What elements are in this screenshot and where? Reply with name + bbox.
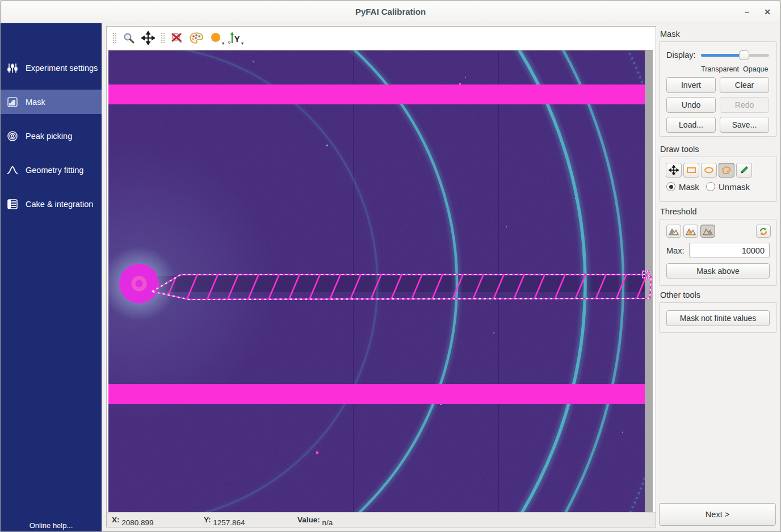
- draw-pan-tool-button[interactable]: [666, 163, 682, 178]
- pan-icon: [141, 31, 155, 45]
- status-y: Y: 1257.864: [204, 516, 213, 524]
- status-x-label: X:: [112, 516, 120, 524]
- threshold-mask-below-button[interactable]: [666, 225, 681, 238]
- draw-tools-section-title: Draw tools: [660, 145, 699, 154]
- toolbar-drag-handle[interactable]: [112, 32, 116, 44]
- sidebar-item-label: Experiment settings: [26, 64, 98, 73]
- draw-tools-groupbox: Mask Unmask: [659, 157, 777, 202]
- close-button[interactable]: ✕: [760, 5, 775, 19]
- status-x-value: 2080.899: [121, 518, 153, 527]
- geometry-fitting-icon: [7, 164, 18, 176]
- status-y-label: Y:: [204, 516, 211, 524]
- mask-bar-top: [108, 85, 645, 104]
- plot-canvas[interactable]: [108, 50, 653, 512]
- max-label: Max:: [666, 246, 684, 255]
- rectangle-tool-icon: [686, 166, 696, 174]
- next-button[interactable]: Next >: [659, 503, 776, 526]
- pan-tool-icon: [669, 165, 679, 175]
- other-tools-section-title: Other tools: [660, 290, 700, 299]
- unmask-radio[interactable]: [706, 182, 715, 191]
- transparent-label: Transparent: [701, 65, 739, 73]
- sidebar-item-label: Peak picking: [26, 132, 72, 141]
- app-window: PyFAI Calibration – ✕ Experiment setting…: [0, 0, 781, 532]
- position-status-bar: X: 2080.899 Y: 1257.864 Value: n/a: [107, 512, 656, 527]
- sidebar-item-geometry-fitting[interactable]: Geometry fitting: [1, 158, 102, 182]
- save-mask-button[interactable]: Save...: [720, 117, 769, 133]
- status-value-value: n/a: [322, 518, 333, 527]
- pencil-tool-icon: [739, 165, 749, 175]
- online-help-link[interactable]: Online help...: [1, 521, 102, 530]
- sidebar-item-label: Geometry fitting: [26, 166, 83, 175]
- status-y-value: 1257.864: [213, 518, 245, 527]
- window-title: PyFAI Calibration: [1, 1, 780, 23]
- toolbar-drag-handle[interactable]: [161, 32, 165, 44]
- title-bar: PyFAI Calibration – ✕: [1, 1, 780, 23]
- colormap-icon: [189, 32, 204, 44]
- y-axis-orientation-icon: 0 Y: [228, 31, 242, 45]
- undo-button[interactable]: Undo: [666, 97, 716, 113]
- sidebar-item-label: Mask: [26, 98, 45, 107]
- redo-button: Redo: [720, 97, 769, 113]
- dropdown-caret-icon: ▾: [222, 41, 224, 46]
- ellipse-tool-icon: [704, 166, 714, 174]
- opaque-label: Opaque: [743, 65, 768, 73]
- svg-text:0: 0: [228, 40, 230, 44]
- mask-not-finite-button[interactable]: Mask not finite values: [666, 310, 770, 326]
- mask-above-button[interactable]: Mask above: [666, 263, 770, 278]
- mask-above-icon: [703, 227, 713, 235]
- minimize-button[interactable]: –: [740, 5, 754, 19]
- reset-zoom-icon: [170, 31, 184, 45]
- mask-between-icon: [686, 227, 696, 235]
- sidebar: Experiment settings Mask Peak picking: [1, 23, 102, 532]
- threshold-section-title: Threshold: [660, 207, 696, 216]
- sidebar-item-experiment-settings[interactable]: Experiment settings: [1, 56, 102, 80]
- svg-text:Y: Y: [234, 35, 240, 44]
- sidebar-item-cake-integration[interactable]: Cake & integration: [1, 192, 102, 216]
- draw-rectangle-tool-button[interactable]: [683, 163, 699, 178]
- cake-integration-icon: [7, 199, 18, 210]
- mask-radio[interactable]: [666, 182, 675, 191]
- threshold-refresh-button[interactable]: [756, 225, 771, 238]
- diffraction-image: [108, 50, 653, 512]
- sidebar-item-peak-picking[interactable]: Peak picking: [1, 124, 102, 148]
- display-slider-fill: [701, 54, 744, 57]
- refresh-icon: [759, 227, 768, 236]
- reset-zoom-button[interactable]: [169, 30, 186, 46]
- mask-icon: [7, 96, 18, 108]
- threshold-groupbox: Max: Mask above: [659, 219, 777, 286]
- draw-polygon-tool-button[interactable]: [719, 163, 734, 178]
- mask-section-title: Mask: [660, 29, 680, 39]
- display-slider-handle[interactable]: [739, 50, 749, 60]
- invert-button[interactable]: Invert: [666, 77, 716, 93]
- max-threshold-input[interactable]: [689, 243, 770, 258]
- threshold-mask-above-button[interactable]: [700, 225, 715, 238]
- clear-button[interactable]: Clear: [720, 77, 769, 93]
- mask-groupbox: Display: Transparent Opaque Invert Clear…: [659, 41, 777, 137]
- status-x: X: 2080.899: [112, 516, 121, 524]
- unmask-radio-label[interactable]: Unmask: [719, 182, 750, 192]
- dropdown-caret-icon: ▾: [241, 41, 243, 46]
- draw-ellipse-tool-button[interactable]: [701, 163, 717, 178]
- pan-mode-button[interactable]: [140, 30, 157, 46]
- mask-radio-label[interactable]: Mask: [679, 182, 699, 192]
- status-value: Value: n/a: [297, 516, 322, 524]
- y-axis-orientation-button[interactable]: 0 Y ▾: [226, 30, 243, 46]
- mask-below-icon: [669, 227, 679, 235]
- sliders-icon: [7, 62, 18, 74]
- colormap-button[interactable]: [188, 30, 205, 46]
- sidebar-item-label: Cake & integration: [26, 200, 93, 209]
- sidebar-item-mask[interactable]: Mask: [1, 90, 102, 114]
- plot-toolbar: ▾ 0 Y ▾: [107, 27, 656, 49]
- zoom-icon: [123, 32, 135, 44]
- load-mask-button[interactable]: Load...: [666, 117, 716, 133]
- zoom-mode-button[interactable]: [120, 30, 137, 46]
- mask-color-icon: [209, 32, 222, 44]
- beamstop-mask-circle: [119, 264, 159, 303]
- polygon-tool-icon: [721, 166, 732, 175]
- beamstop-arm-polygon[interactable]: [152, 271, 651, 299]
- draw-pencil-tool-button[interactable]: [736, 163, 752, 178]
- display-opacity-slider[interactable]: [701, 54, 769, 57]
- threshold-mask-between-button[interactable]: [683, 225, 698, 238]
- mask-color-button[interactable]: ▾: [207, 30, 224, 46]
- display-label: Display:: [666, 50, 696, 60]
